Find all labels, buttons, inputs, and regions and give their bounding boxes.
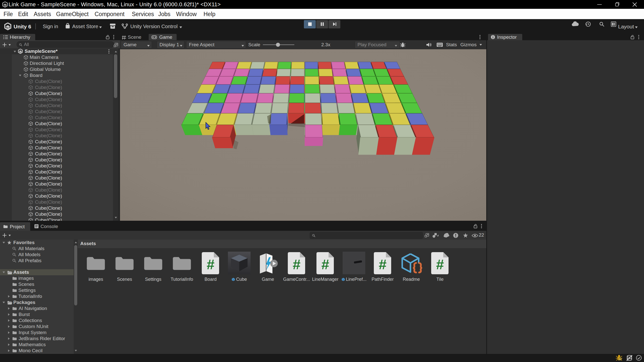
svg-text:#: # [321,256,329,272]
svg-text:#: # [293,256,300,272]
svg-text:#: # [379,256,386,272]
svg-text:#: # [207,256,214,272]
svg-text:#: # [436,256,444,272]
